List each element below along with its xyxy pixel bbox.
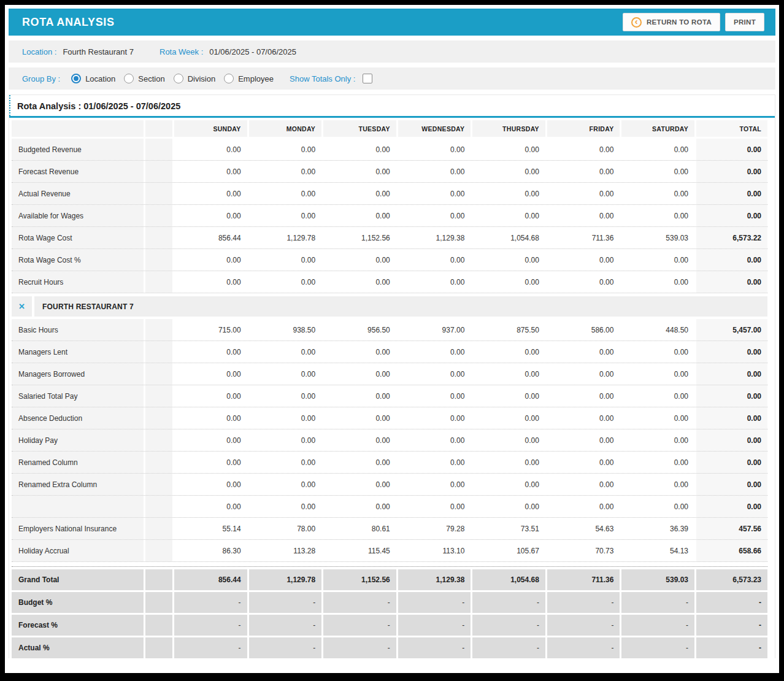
table-row: Recruit Hours0.000.000.000.000.000.000.0… — [12, 271, 767, 293]
section-header-row: ✕ FOURTH RESTAURANT 7 — [12, 296, 767, 317]
cell-value: 0.00 — [398, 474, 471, 495]
row-total-value: 0.00 — [696, 496, 767, 517]
row-total-value: 6,573.23 — [696, 569, 767, 590]
cell-value: 0.00 — [323, 474, 396, 495]
column-header-day: FRIDAY — [547, 120, 620, 137]
group-by-option-location[interactable]: Location — [71, 74, 115, 83]
section-close-cell[interactable]: ✕ — [12, 296, 32, 317]
row-label: Salaried Total Pay — [12, 385, 144, 407]
cell-value: 0.00 — [174, 429, 247, 451]
row-spacer-cell — [145, 227, 172, 248]
row-label: Forecast % — [12, 615, 144, 636]
cell-value: 0.00 — [621, 271, 694, 293]
rota-analysis-panel: Rota Analysis : 01/06/2025 - 07/06/2025 … — [9, 94, 775, 658]
cell-value: 80.61 — [323, 518, 396, 539]
table-row: Forecast Revenue0.000.000.000.000.000.00… — [12, 161, 767, 183]
radio-option-label: Employee — [238, 74, 274, 83]
cell-value: 0.00 — [174, 271, 247, 293]
table-row: 0.000.000.000.000.000.000.000.00 — [12, 496, 767, 518]
cell-value: 0.00 — [547, 249, 620, 271]
radio-option-label: Division — [188, 74, 216, 83]
row-label: Rota Wage Cost — [12, 227, 144, 248]
row-label: Basic Hours — [12, 319, 144, 340]
cell-value: 0.00 — [249, 496, 322, 517]
row-total-value: 0.00 — [696, 161, 767, 182]
table-row: Rota Wage Cost %0.000.000.000.000.000.00… — [12, 249, 767, 271]
cell-value: 0.00 — [547, 271, 620, 293]
back-arrow-icon: ‹ — [631, 17, 642, 28]
cell-value: 586.00 — [547, 319, 620, 340]
radio-icon[interactable] — [174, 74, 183, 83]
radio-icon[interactable] — [124, 74, 134, 83]
cell-value: 54.13 — [621, 540, 694, 561]
row-total-value: 6,573.22 — [696, 227, 767, 248]
radio-option-label: Location — [85, 74, 115, 83]
group-by-option-employee[interactable]: Employee — [224, 74, 274, 83]
cell-value: 0.00 — [323, 429, 396, 451]
cell-value: 0.00 — [398, 161, 471, 182]
show-totals-only-label: Show Totals Only : — [290, 74, 355, 83]
group-by-option-division[interactable]: Division — [174, 74, 216, 83]
row-total-value: - — [696, 615, 767, 636]
cell-value: 0.00 — [472, 139, 545, 160]
cell-value: 0.00 — [547, 407, 620, 429]
rota-week-label: Rota Week : — [159, 47, 203, 56]
cell-value: 0.00 — [472, 341, 545, 363]
cell-value: 0.00 — [398, 205, 471, 226]
return-to-rota-button[interactable]: ‹ RETURN TO ROTA — [623, 13, 720, 31]
row-spacer-cell — [145, 615, 172, 636]
row-total-value: - — [696, 592, 767, 613]
cell-value: 0.00 — [249, 271, 322, 293]
group-by-label: Group By : — [22, 74, 60, 83]
cell-value: 0.00 — [174, 452, 247, 473]
cell-value: 0.00 — [547, 205, 620, 226]
cell-value: 0.00 — [174, 385, 247, 407]
cell-value: 1,129.78 — [249, 569, 322, 590]
close-icon[interactable]: ✕ — [18, 302, 25, 311]
column-header-day: SUNDAY — [174, 120, 247, 137]
cell-value: 0.00 — [472, 429, 545, 451]
cell-value: - — [249, 637, 322, 658]
cell-value: 0.00 — [621, 407, 694, 429]
group-by-option-section[interactable]: Section — [124, 74, 164, 83]
row-spacer-cell — [145, 183, 172, 204]
cell-value: - — [398, 615, 471, 636]
print-button[interactable]: PRINT — [725, 13, 764, 31]
show-totals-only-checkbox[interactable] — [363, 74, 372, 83]
table-row: Forecast %-------- — [12, 615, 767, 636]
cell-value: 0.00 — [621, 496, 694, 517]
cell-value: 0.00 — [249, 139, 322, 160]
radio-icon[interactable] — [224, 74, 234, 83]
row-total-value: 0.00 — [696, 452, 767, 473]
cell-value: 0.00 — [174, 341, 247, 363]
row-spacer-cell — [145, 569, 172, 590]
row-total-value: 457.56 — [696, 518, 767, 539]
row-total-value: 0.00 — [696, 385, 767, 407]
cell-value: 0.00 — [472, 183, 545, 204]
column-header-day: MONDAY — [249, 120, 322, 137]
row-spacer-cell — [145, 161, 172, 182]
rota-analysis-table: SUNDAYMONDAYTUESDAYWEDNESDAYTHURSDAYFRID… — [9, 118, 775, 658]
row-spacer-cell — [145, 363, 172, 385]
cell-value: - — [174, 637, 247, 658]
cell-value: 0.00 — [249, 429, 322, 451]
cell-value: 539.03 — [621, 227, 694, 248]
row-total-value: 0.00 — [696, 249, 767, 271]
cell-value: 0.00 — [323, 496, 396, 517]
cell-value: 0.00 — [323, 205, 396, 226]
row-total-value: 658.66 — [696, 540, 767, 561]
table-row: Managers Lent0.000.000.000.000.000.000.0… — [12, 341, 767, 363]
cell-value: 1,054.68 — [472, 227, 545, 248]
row-total-value: 0.00 — [696, 341, 767, 363]
cell-value: - — [323, 592, 396, 613]
section-name: FOURTH RESTAURANT 7 — [34, 296, 767, 317]
cell-value: - — [398, 592, 471, 613]
cell-value: - — [621, 637, 694, 658]
cell-value: 1,054.68 — [472, 569, 545, 590]
location-label: Location : — [22, 47, 56, 56]
cell-value: 0.00 — [174, 139, 247, 160]
radio-selected-icon[interactable] — [71, 74, 81, 83]
row-spacer-cell — [145, 139, 172, 160]
cell-value: - — [174, 592, 247, 613]
cell-value: 0.00 — [621, 474, 694, 495]
